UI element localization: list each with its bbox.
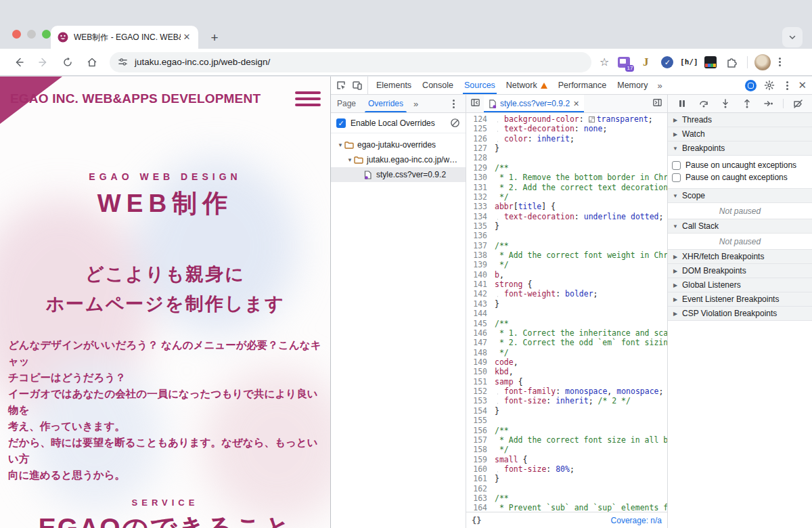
hamburger-menu-icon[interactable] bbox=[295, 91, 321, 106]
deactivate-breakpoints-icon[interactable] bbox=[790, 96, 805, 111]
line-number[interactable]: 144 bbox=[466, 309, 495, 318]
coverage-link[interactable]: Coverage: n/a bbox=[611, 516, 662, 525]
devtools-tab-network[interactable]: Network bbox=[501, 76, 553, 94]
tab-close-icon[interactable]: ✕ bbox=[181, 31, 193, 43]
code-line[interactable]: 150kbd, bbox=[466, 367, 667, 376]
code-lines[interactable]: 124background-color: transparent;125text… bbox=[466, 113, 667, 512]
code-line[interactable]: 146 * 1. Correct the inheritance and sca… bbox=[466, 328, 667, 338]
code-line[interactable]: 127} bbox=[466, 144, 667, 153]
code-line[interactable]: 155 bbox=[466, 416, 667, 425]
code-line[interactable]: 137/** bbox=[466, 241, 667, 250]
settings-gear-icon[interactable] bbox=[762, 78, 777, 93]
line-number[interactable]: 150 bbox=[466, 367, 495, 376]
code-line[interactable]: 161} bbox=[466, 474, 667, 483]
code-line[interactable]: 151samp { bbox=[466, 377, 667, 387]
code-line[interactable]: 143} bbox=[466, 299, 667, 309]
code-line[interactable]: 124background-color: transparent; bbox=[466, 114, 667, 124]
code-line[interactable]: 130 * 1. Remove the bottom border in Chr… bbox=[466, 173, 667, 182]
line-number[interactable]: 125 bbox=[466, 124, 495, 133]
code-line[interactable]: 134text-decoration: underline dotted; /* bbox=[466, 212, 667, 221]
devtools-tab-memory[interactable]: Memory bbox=[612, 76, 653, 94]
disclosure-triangle-icon[interactable]: ▶ bbox=[672, 131, 679, 137]
show-debugger-panel-icon[interactable] bbox=[650, 95, 664, 110]
code-line[interactable]: 125text-decoration: none; bbox=[466, 124, 667, 133]
disclosure-triangle-icon[interactable]: ▶ bbox=[672, 282, 679, 288]
forward-button[interactable] bbox=[34, 53, 53, 72]
tree-folder[interactable]: ▼egao-jutaku-overrides bbox=[331, 137, 466, 152]
devtools-tab-performance[interactable]: Performance bbox=[553, 76, 612, 94]
reload-button[interactable] bbox=[58, 53, 77, 72]
zoom-window-button[interactable] bbox=[42, 30, 51, 39]
enable-overrides-checkbox[interactable]: ✓ bbox=[336, 118, 346, 128]
pause-script-icon[interactable] bbox=[675, 96, 690, 111]
line-number[interactable]: 145 bbox=[466, 319, 495, 328]
line-number[interactable]: 152 bbox=[466, 387, 495, 396]
more-panels-icon[interactable]: » bbox=[653, 81, 666, 91]
line-number[interactable]: 127 bbox=[466, 144, 495, 153]
disclosure-triangle-icon[interactable]: ▶ bbox=[672, 254, 679, 260]
code-line[interactable]: 158 */ bbox=[466, 445, 667, 454]
bookmark-star-icon[interactable]: ☆ bbox=[600, 56, 609, 68]
line-number[interactable]: 133 bbox=[466, 202, 495, 211]
site-title[interactable]: EGAO INC. WEB&APPS DEVELOPMENT bbox=[10, 91, 261, 106]
line-number[interactable]: 131 bbox=[466, 183, 495, 192]
profile-avatar[interactable] bbox=[754, 54, 771, 70]
line-number[interactable]: 151 bbox=[466, 377, 495, 387]
code-line[interactable]: 128 bbox=[466, 153, 667, 162]
site-settings-icon[interactable] bbox=[118, 57, 128, 67]
code-line[interactable]: 163/** bbox=[466, 493, 667, 503]
line-number[interactable]: 157 bbox=[466, 435, 495, 445]
code-line[interactable]: 159small { bbox=[466, 455, 667, 464]
code-line[interactable]: 144 bbox=[466, 309, 667, 318]
tree-folder[interactable]: ▼jutaku.egao-inc.co.jp/w… bbox=[331, 152, 466, 167]
line-number[interactable]: 136 bbox=[466, 231, 495, 240]
minimize-window-button[interactable] bbox=[27, 30, 36, 39]
close-window-button[interactable] bbox=[12, 30, 21, 39]
code-line[interactable]: 138 * Add the correct font weight in Chr… bbox=[466, 250, 667, 260]
line-number[interactable]: 128 bbox=[466, 153, 495, 162]
disclosure-triangle-icon[interactable]: ▶ bbox=[672, 311, 679, 317]
line-number[interactable]: 135 bbox=[466, 221, 495, 231]
devtools-assist-icon[interactable] bbox=[743, 78, 758, 93]
line-number[interactable]: 137 bbox=[466, 241, 495, 250]
code-line[interactable]: 136 bbox=[466, 231, 667, 240]
code-line[interactable]: 135} bbox=[466, 221, 667, 231]
disclosure-triangle-icon[interactable]: ▼ bbox=[346, 157, 354, 163]
code-editor[interactable]: 124background-color: transparent;125text… bbox=[466, 113, 668, 528]
back-button[interactable] bbox=[9, 53, 28, 72]
line-number[interactable]: 142 bbox=[466, 289, 495, 299]
code-line[interactable]: 148 */ bbox=[466, 348, 667, 357]
code-line[interactable]: 133abbr[title] { bbox=[466, 202, 667, 211]
debugger-section-event-listener-breakpoints[interactable]: ▶Event Listener Breakpoints bbox=[668, 292, 812, 307]
extension-icon-purple[interactable]: 17 bbox=[616, 55, 631, 70]
file-tab[interactable]: style.css?ver=0.9.2 ✕ bbox=[484, 95, 584, 112]
code-line[interactable]: 152font-family: monospace, monospace; /* bbox=[466, 387, 667, 396]
line-number[interactable]: 130 bbox=[466, 173, 495, 182]
file-tab-close-icon[interactable]: ✕ bbox=[573, 100, 579, 108]
line-number[interactable]: 162 bbox=[466, 484, 495, 493]
code-line[interactable]: 126color: inherit; bbox=[466, 134, 667, 144]
code-line[interactable]: 154} bbox=[466, 406, 667, 416]
debugger-section-threads[interactable]: ▶Threads bbox=[668, 113, 812, 127]
tree-file[interactable]: style.css?ver=0.9.2 bbox=[331, 167, 466, 182]
line-number[interactable]: 147 bbox=[466, 338, 495, 347]
line-number[interactable]: 148 bbox=[466, 348, 495, 357]
extensions-puzzle-icon[interactable] bbox=[725, 55, 740, 70]
line-number[interactable]: 160 bbox=[466, 464, 495, 474]
code-line[interactable]: 160font-size: 80%; bbox=[466, 464, 667, 474]
hide-navigator-icon[interactable] bbox=[468, 95, 482, 110]
devtools-tab-sources[interactable]: Sources bbox=[459, 76, 501, 94]
line-number[interactable]: 124 bbox=[466, 114, 495, 124]
code-line[interactable]: 132 */ bbox=[466, 192, 667, 202]
line-number[interactable]: 140 bbox=[466, 270, 495, 280]
line-number[interactable]: 164 bbox=[466, 503, 495, 512]
devtools-menu-icon[interactable] bbox=[786, 81, 788, 90]
tab-search-button[interactable] bbox=[782, 27, 803, 47]
step-out-icon[interactable] bbox=[740, 96, 754, 111]
devtools-tab-elements[interactable]: Elements bbox=[371, 76, 417, 94]
code-line[interactable]: 156/** bbox=[466, 426, 667, 435]
debugger-section-watch[interactable]: ▶Watch bbox=[668, 127, 812, 141]
line-number[interactable]: 161 bbox=[466, 474, 495, 483]
code-line[interactable]: 141strong { bbox=[466, 280, 667, 289]
code-line[interactable]: 145/** bbox=[466, 319, 667, 328]
